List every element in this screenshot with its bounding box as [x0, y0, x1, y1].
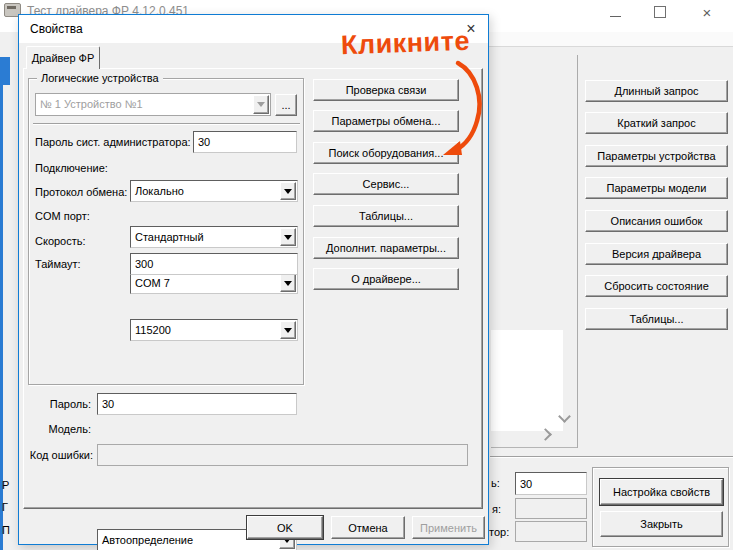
properties-dialog: Свойства × Драйвер ФР Логические устройс…	[18, 14, 489, 545]
window-close-button[interactable]: ×	[697, 3, 717, 21]
admin-password-label: Пароль сист. администратора:	[35, 131, 191, 153]
password-field[interactable]: 30	[97, 393, 297, 415]
com-port-value: COM 7	[135, 277, 170, 289]
maximize-button[interactable]	[650, 3, 670, 21]
dialog-title: Свойства	[30, 22, 83, 36]
tables-button[interactable]: Таблицы...	[313, 205, 459, 227]
protocol-combo[interactable]: Стандартный	[130, 226, 298, 248]
model-params-button[interactable]: Параметры модели	[585, 177, 728, 199]
disabled-field-2	[515, 521, 587, 542]
close-window-button[interactable]: Закрыть	[600, 511, 723, 537]
logical-devices-group-label: Логические устройства	[37, 71, 163, 85]
service-button[interactable]: Сервис...	[313, 173, 459, 195]
password-label-fragment: ь:	[491, 472, 500, 494]
tab-driver-fr[interactable]: Драйвер ФР	[26, 46, 100, 69]
error-descriptions-button[interactable]: Описания ошибок	[585, 210, 728, 232]
model-value: Автоопределение	[102, 534, 193, 546]
window-password-field[interactable]: 30	[515, 472, 587, 495]
panel-divider	[577, 55, 578, 448]
com-port-combo[interactable]: COM 7	[130, 272, 298, 294]
disabled-field-1	[515, 498, 587, 519]
panel-bottom-edge	[491, 447, 577, 448]
short-request-button[interactable]: Краткий запрос	[585, 112, 728, 134]
screen: Тест драйвера ФР 4.12.0.451 × Длинный за…	[0, 0, 733, 550]
device-params-button[interactable]: Параметры устройства	[585, 145, 728, 167]
model-label: Модель:	[19, 418, 91, 440]
left-label-fragment-1: Р	[2, 479, 9, 492]
tables-button-right[interactable]: Таблицы...	[585, 308, 728, 330]
additional-params-button[interactable]: Дополнит. параметры...	[313, 237, 459, 259]
baudrate-value: 115200	[135, 324, 171, 336]
timeout-field[interactable]: 300	[130, 253, 298, 275]
chevron-down-icon[interactable]	[280, 182, 296, 200]
com-port-label: COM порт:	[35, 205, 90, 227]
left-label-fragment-3: П	[2, 524, 10, 537]
toolbar-strip	[489, 32, 733, 47]
protocol-value: Стандартный	[135, 231, 204, 243]
connection-combo[interactable]: Локально	[130, 180, 298, 202]
error-code-label: Код ошибки:	[19, 444, 93, 466]
apply-button: Применить	[412, 516, 485, 539]
baudrate-combo[interactable]: 115200	[130, 319, 298, 341]
window-separator	[490, 456, 733, 458]
timeout-label: Таймаут:	[35, 253, 81, 275]
device-combo: № 1 Устройство №1	[35, 93, 271, 116]
minimize-icon	[610, 16, 621, 17]
about-driver-button[interactable]: О драйвере...	[313, 268, 459, 290]
device-combo-value: № 1 Устройство №1	[36, 94, 270, 115]
left-label-fragment-2: Г	[2, 501, 8, 514]
error-code-field	[97, 444, 468, 466]
maximize-icon	[654, 6, 666, 18]
driver-version-button[interactable]: Версия драйвера	[585, 243, 728, 265]
operator-label-fragment: тор:	[489, 521, 509, 543]
minimize-button[interactable]	[605, 3, 625, 21]
annotation-arrow-icon	[428, 53, 492, 165]
close-icon: ×	[703, 5, 712, 20]
group-separator	[33, 123, 300, 125]
chevron-down-icon	[253, 95, 269, 114]
ok-button[interactable]: OK	[247, 516, 323, 539]
settings-button[interactable]: Настройка свойств	[600, 479, 723, 505]
baudrate-label: Скорость:	[35, 230, 86, 252]
chevron-down-icon[interactable]	[280, 274, 296, 292]
reset-state-button[interactable]: Сбросить состояние	[585, 275, 728, 297]
admin-password-field[interactable]: 30	[193, 131, 297, 153]
cancel-button[interactable]: Отмена	[331, 516, 405, 539]
browse-devices-button[interactable]: ...	[275, 94, 297, 116]
password-label: Пароль:	[19, 393, 91, 415]
protocol-label: Протокол обмена:	[35, 181, 127, 203]
selected-item-highlight	[0, 57, 10, 85]
connection-label: Подключение:	[35, 157, 108, 179]
session-label-fragment: я:	[492, 498, 501, 520]
connection-value: Локально	[135, 185, 184, 197]
log-listbox[interactable]	[491, 330, 563, 431]
chevron-down-icon[interactable]	[280, 228, 296, 246]
chevron-down-icon[interactable]	[280, 321, 296, 339]
long-request-button[interactable]: Длинный запрос	[585, 80, 728, 102]
